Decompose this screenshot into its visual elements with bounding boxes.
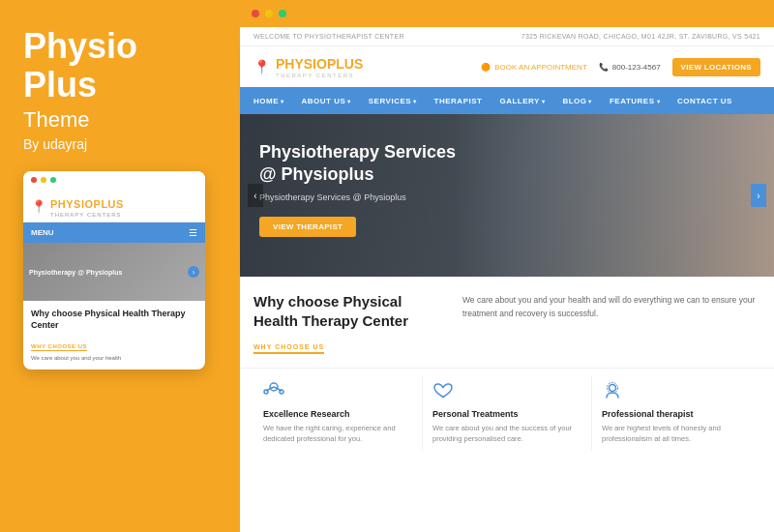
feature-item-3: Professional therapist We are highest le…	[592, 376, 760, 451]
desktop-nav: HOME▾ ABOUT US▾ SERVICES▾ THERAPIST GALL…	[240, 87, 774, 114]
svg-point-5	[610, 385, 616, 392]
mobile-header: 📍 PHYSIOPLUS THERAPY CENTERS	[23, 189, 205, 222]
nav-item-features[interactable]: FEATURES▾	[610, 97, 660, 105]
why-choose-section: Why choose Physical Health Therapy Cente…	[240, 277, 774, 364]
mobile-why-label: WHY CHOOSE US	[31, 343, 87, 351]
professional-therapist-icon	[602, 382, 751, 404]
mobile-nav-label: MENU	[31, 228, 54, 237]
nav-item-home[interactable]: HOME▾	[253, 97, 284, 105]
nav-home-chevron: ▾	[281, 98, 284, 104]
nav-item-therapist[interactable]: THERAPIST	[434, 97, 483, 105]
desktop-logo-wrap: 📍 PHYSIOPLUS THERAPY CENTERS	[253, 55, 363, 78]
mobile-hero-text: Physiotherapy @ Physioplus	[29, 268, 148, 277]
desktop-mockup: WELCOME TO PHYSIOTHERAPIST CENTER 7325 R…	[240, 0, 774, 532]
mobile-dot-3	[50, 177, 56, 183]
desktop-info-right: 7325 RICKEVAN ROAD, CHICAGO, M01 42JR, S…	[521, 33, 760, 40]
mobile-hamburger-icon: ☰	[189, 227, 197, 238]
desktop-phone: 📞 800-123-4567	[599, 63, 661, 72]
hero-prev-button[interactable]: ‹	[248, 184, 263, 207]
nav-blog-label: BLOG	[562, 97, 586, 105]
mobile-section-body: We care about you and your health	[31, 354, 197, 362]
why-title: Why choose Physical Health Therapy Cente…	[253, 292, 447, 330]
why-left-col: Why choose Physical Health Therapy Cente…	[253, 292, 447, 354]
svg-point-3	[264, 390, 268, 394]
excellence-research-icon	[263, 382, 412, 404]
why-label: WHY CHOOSE US	[253, 343, 324, 354]
desktop-hero: Physiotherapy Services @ Physioplus Phys…	[240, 114, 774, 277]
nav-about-chevron: ▾	[347, 98, 351, 104]
mobile-logo-text: PHYSIOPLUS	[50, 198, 124, 210]
desktop-logo-text: PHYSIOPLUS	[276, 56, 363, 72]
nav-item-services[interactable]: SERVICES▾	[369, 97, 417, 105]
nav-home-label: HOME	[253, 97, 279, 105]
left-panel: Physio Plus Theme By udayraj 📍 PHYSIOPLU…	[0, 0, 240, 532]
feature-desc-2: We care about you and the success of you…	[432, 423, 581, 445]
desktop-header-actions: 🟠 BOOK AN APPOINTMENT 📞 800-123-4567 VIE…	[481, 58, 760, 76]
nav-features-label: FEATURES	[610, 97, 655, 105]
personal-treatments-icon	[432, 382, 581, 404]
mobile-logo-sub: THERAPY CENTERS	[50, 212, 124, 218]
desktop-header: 📍 PHYSIOPLUS THERAPY CENTERS 🟠 BOOK AN A…	[240, 46, 774, 87]
nav-about-label: ABOUT US	[302, 97, 346, 105]
feature-desc-1: We have the right caring, experience and…	[263, 423, 412, 445]
theme-subtitle: Theme	[23, 107, 217, 133]
phone-icon: 📞	[599, 63, 609, 72]
desktop-logo-pin-icon: 📍	[253, 59, 270, 74]
mobile-section-title: Why choose Physical Health Therapy Cente…	[31, 309, 197, 331]
feature-title-1: Excellence Research	[263, 409, 412, 419]
desktop-logo-text-wrap: PHYSIOPLUS THERAPY CENTERS	[276, 55, 363, 78]
feature-item-2: Personal Treatments We care about you an…	[423, 376, 592, 451]
view-therapist-button[interactable]: VIEW THERAPIST	[259, 217, 356, 237]
nav-contact-label: CONTACT US	[677, 97, 732, 105]
nav-services-label: SERVICES	[369, 97, 411, 105]
desktop-hero-subtitle: Physiotherapy Services @ Physioplus	[259, 192, 755, 202]
desktop-dot-3	[279, 10, 286, 17]
feature-title-3: Professional therapist	[602, 409, 751, 419]
feature-item-1: Excellence Research We have the right ca…	[253, 376, 423, 451]
nav-gallery-chevron: ▾	[542, 98, 546, 104]
desktop-book-appointment[interactable]: 🟠 BOOK AN APPOINTMENT	[481, 63, 587, 72]
book-appt-label: BOOK AN APPOINTMENT	[494, 63, 587, 72]
mobile-logo-wrap: PHYSIOPLUS THERAPY CENTERS	[50, 194, 124, 218]
nav-therapist-label: THERAPIST	[434, 97, 483, 105]
view-locations-button[interactable]: VIEW LOCATIONS	[672, 58, 760, 76]
nav-item-about[interactable]: ABOUT US▾	[302, 97, 351, 105]
theme-author: By udayraj	[23, 136, 217, 152]
nav-item-contact[interactable]: CONTACT US	[677, 97, 732, 105]
why-right-col: We care about you and your health and wi…	[462, 292, 760, 354]
nav-gallery-label: GALLERY	[499, 97, 539, 105]
mobile-mockup: 📍 PHYSIOPLUS THERAPY CENTERS MENU ☰ Phys…	[23, 171, 205, 369]
desktop-hero-title: Physiotherapy Services @ Physioplus	[259, 141, 472, 185]
desktop-dot-1	[252, 10, 259, 17]
nav-features-chevron: ▾	[657, 98, 661, 104]
desktop-info-left: WELCOME TO PHYSIOTHERAPIST CENTER	[253, 33, 404, 40]
mobile-top-bar	[23, 171, 205, 189]
calendar-icon: 🟠	[481, 63, 491, 72]
svg-point-4	[280, 390, 283, 394]
feature-title-2: Personal Treatments	[432, 409, 581, 419]
nav-item-gallery[interactable]: GALLERY▾	[499, 97, 545, 105]
mobile-logo-icon: 📍	[31, 199, 46, 214]
desktop-dot-2	[265, 10, 273, 17]
feature-desc-3: We are highest levels of honesty and pro…	[602, 423, 751, 445]
nav-blog-chevron: ▾	[588, 98, 592, 104]
mobile-hero: Physiotherapy @ Physioplus ›	[23, 243, 205, 301]
mobile-dot-2	[41, 177, 46, 183]
mobile-section: Why choose Physical Health Therapy Cente…	[23, 301, 205, 369]
nav-services-chevron: ▾	[413, 98, 417, 104]
mobile-hero-arrow-right: ›	[188, 266, 199, 278]
mobile-nav: MENU ☰	[23, 222, 205, 243]
hero-next-button[interactable]: ›	[751, 184, 766, 207]
mobile-dot-1	[31, 177, 37, 183]
desktop-logo-sub: THERAPY CENTERS	[276, 73, 363, 78]
phone-number: 800-123-4567	[612, 63, 661, 72]
desktop-info-bar: WELCOME TO PHYSIOTHERAPIST CENTER 7325 R…	[240, 27, 774, 46]
nav-item-blog[interactable]: BLOG▾	[562, 97, 592, 105]
desktop-hero-content: Physiotherapy Services @ Physioplus Phys…	[240, 114, 774, 264]
theme-title: Physio Plus	[23, 27, 217, 103]
desktop-top-strip	[240, 0, 774, 27]
features-row: Excellence Research We have the right ca…	[240, 368, 774, 458]
